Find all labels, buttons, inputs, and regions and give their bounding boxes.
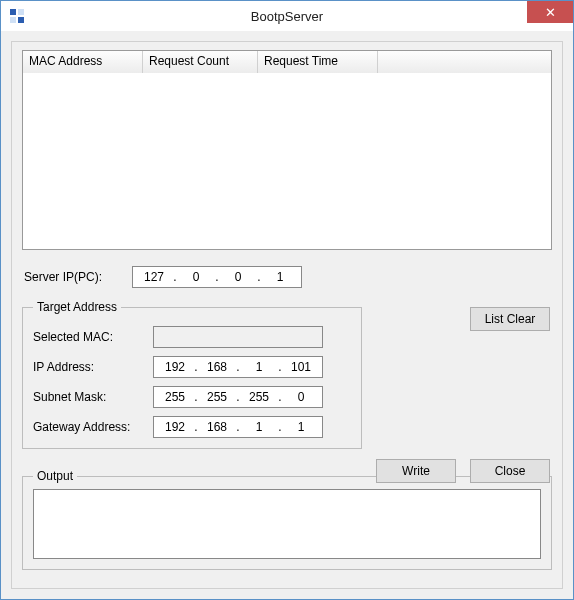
ip-octet-1[interactable] [158,360,192,374]
subnet-octet-4[interactable] [284,390,318,404]
col-filler [378,51,551,73]
svg-rect-1 [10,9,16,15]
server-ip-label: Server IP(PC): [22,270,132,284]
app-window: BootpServer ✕ MAC Address Request Count … [0,0,574,600]
ip-address-input[interactable]: . . . [153,356,323,378]
col-request-count[interactable]: Request Count [143,51,258,73]
svg-rect-2 [18,9,24,15]
dot-icon: . [276,390,284,404]
mac-list[interactable]: MAC Address Request Count Request Time [22,50,552,250]
dot-icon: . [171,270,179,284]
dot-icon: . [192,420,200,434]
close-icon: ✕ [545,6,556,19]
col-request-time[interactable]: Request Time [258,51,378,73]
ip-address-label: IP Address: [33,360,153,374]
dot-icon: . [213,270,221,284]
ip-octet-2[interactable] [200,360,234,374]
gateway-row: Gateway Address: . . . [33,416,351,438]
close-button[interactable]: Close [470,459,550,483]
subnet-mask-label: Subnet Mask: [33,390,153,404]
dot-icon: . [276,420,284,434]
ip-octet-3[interactable] [242,360,276,374]
subnet-octet-1[interactable] [158,390,192,404]
target-legend: Target Address [33,300,121,314]
col-mac-address[interactable]: MAC Address [23,51,143,73]
server-ip-input[interactable]: . . . [132,266,302,288]
gateway-octet-1[interactable] [158,420,192,434]
dot-icon: . [234,390,242,404]
output-legend: Output [33,469,77,483]
list-clear-button[interactable]: List Clear [470,307,550,331]
ip-octet-4[interactable] [284,360,318,374]
svg-rect-3 [10,17,16,23]
ip-address-row: IP Address: . . . [33,356,351,378]
subnet-octet-3[interactable] [242,390,276,404]
subnet-mask-input[interactable]: . . . [153,386,323,408]
dot-icon: . [192,390,200,404]
output-textarea[interactable] [33,489,541,559]
subnet-octet-2[interactable] [200,390,234,404]
server-ip-octet-2[interactable] [179,270,213,284]
gateway-input[interactable]: . . . [153,416,323,438]
gateway-octet-4[interactable] [284,420,318,434]
inner-panel: MAC Address Request Count Request Time S… [11,41,563,589]
server-ip-octet-1[interactable] [137,270,171,284]
dot-icon: . [234,360,242,374]
dot-icon: . [192,360,200,374]
dot-icon: . [234,420,242,434]
list-body[interactable] [23,73,551,249]
dot-icon: . [255,270,263,284]
gateway-octet-2[interactable] [200,420,234,434]
selected-mac-label: Selected MAC: [33,330,153,344]
selected-mac-field [153,326,323,348]
gateway-octet-3[interactable] [242,420,276,434]
dot-icon: . [276,360,284,374]
server-ip-octet-4[interactable] [263,270,297,284]
write-button[interactable]: Write [376,459,456,483]
window-title: BootpServer [1,9,573,24]
target-address-group: Target Address Selected MAC: IP Address:… [22,300,362,449]
gateway-label: Gateway Address: [33,420,153,434]
svg-rect-4 [18,17,24,23]
selected-mac-row: Selected MAC: [33,326,351,348]
titlebar: BootpServer ✕ [1,1,573,31]
subnet-mask-row: Subnet Mask: . . . [33,386,351,408]
output-group: Output [22,469,552,570]
close-window-button[interactable]: ✕ [527,1,573,23]
app-icon [9,8,25,24]
client-area: MAC Address Request Count Request Time S… [1,31,573,599]
server-ip-row: Server IP(PC): . . . [22,266,552,288]
server-ip-octet-3[interactable] [221,270,255,284]
list-header-row: MAC Address Request Count Request Time [23,51,551,73]
